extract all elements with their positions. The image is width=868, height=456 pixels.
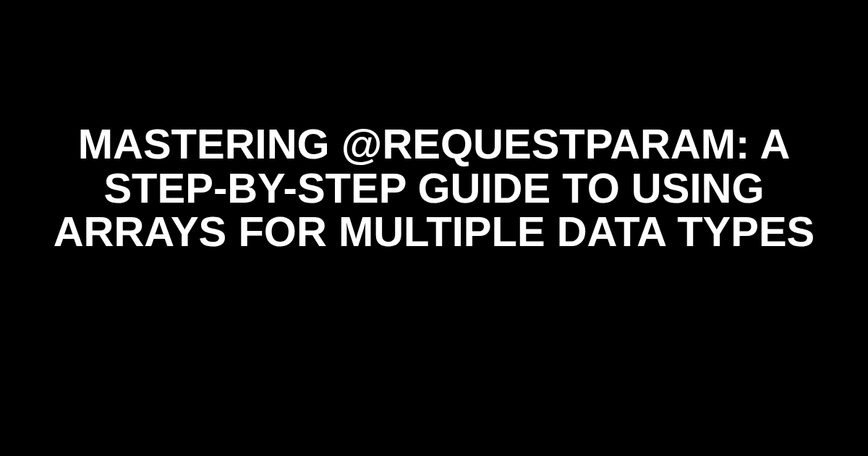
document-title: MASTERING @REQUESTPARAM: A STEP-BY-STEP …: [29, 122, 839, 255]
title-container: MASTERING @REQUESTPARAM: A STEP-BY-STEP …: [0, 122, 868, 255]
